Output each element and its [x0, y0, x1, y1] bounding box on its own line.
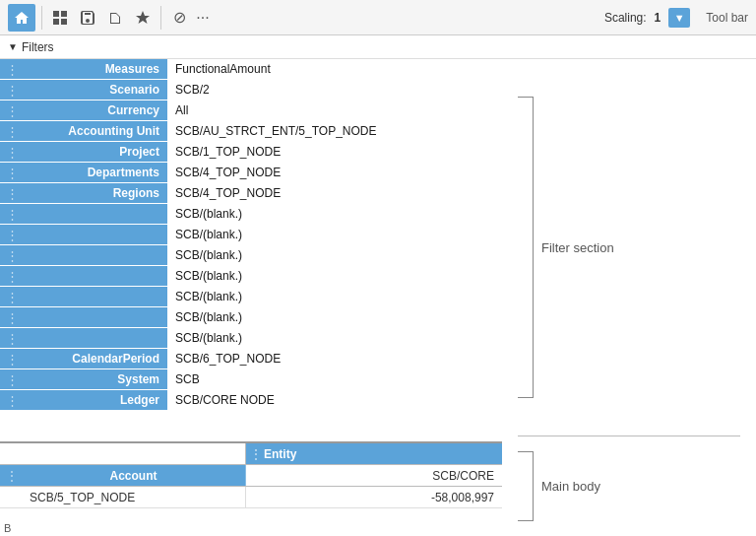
toolbar-icon-more[interactable]: ··· — [191, 6, 215, 30]
filter-row: ⋮SCB/(blank.) — [0, 287, 502, 307]
toolbar-icons-group — [48, 6, 155, 30]
footer: B — [0, 520, 502, 536]
filter-row-drag-handle[interactable]: ⋮ — [0, 80, 22, 100]
filter-row: ⋮ProjectSCB/1_TOP_NODE — [0, 142, 502, 163]
filter-row-value: SCB/(blank.) — [167, 225, 502, 244]
filter-row-drag-handle[interactable]: ⋮ — [0, 183, 22, 203]
toolbar-icon-grid[interactable] — [48, 6, 72, 30]
filter-row: ⋮SCB/(blank.) — [0, 266, 502, 287]
scaling-dropdown[interactable]: ▼ — [668, 8, 690, 28]
filter-row: ⋮DepartmentsSCB/4_TOP_NODE — [0, 163, 502, 183]
filter-row-drag-handle[interactable]: ⋮ — [0, 349, 22, 368]
toolbar-icon-star[interactable] — [131, 6, 155, 30]
filter-row-drag-handle[interactable]: ⋮ — [0, 121, 22, 141]
main-body-label-area: Main body — [518, 436, 740, 536]
filter-row-drag-handle[interactable]: ⋮ — [0, 390, 22, 410]
filters-header[interactable]: ▼ Filters — [0, 35, 756, 59]
filter-row-drag-handle[interactable]: ⋮ — [0, 266, 22, 286]
filter-row-value: SCB/(blank.) — [167, 307, 502, 327]
account-node-value: SCB/5_TOP_NODE — [22, 487, 246, 507]
filter-row-drag-handle[interactable]: ⋮ — [0, 142, 22, 162]
entity-header-label: Entity — [264, 447, 296, 461]
filter-row-value: SCB/(blank.) — [167, 266, 502, 286]
filter-row-label — [22, 287, 167, 306]
filters-header-label: Filters — [22, 40, 54, 54]
filter-row-label: CalendarPeriod — [22, 349, 167, 368]
filter-row-label: Departments — [22, 163, 167, 182]
filter-row: ⋮SCB/(blank.) — [0, 204, 502, 225]
filter-row-drag-handle[interactable]: ⋮ — [0, 245, 22, 265]
filter-row-label: Regions — [22, 183, 167, 203]
filter-row-drag-handle[interactable]: ⋮ — [0, 204, 22, 224]
filter-row: ⋮SCB/(blank.) — [0, 307, 502, 328]
filter-row-label — [22, 225, 167, 244]
filter-row: ⋮SCB/(blank.) — [0, 225, 502, 245]
filter-row-value: SCB/(blank.) — [167, 204, 502, 224]
filter-row-value: SCB/AU_STRCT_ENT/5_TOP_NODE — [167, 121, 502, 141]
filter-row-value: SCB/2 — [167, 80, 502, 100]
svg-rect-1 — [61, 11, 67, 17]
filter-row-value: SCB/(blank.) — [167, 287, 502, 306]
entity-header-cell: ⋮ Entity — [246, 443, 502, 464]
filter-row-drag-handle[interactable]: ⋮ — [0, 287, 22, 306]
toolbar-separator-1 — [41, 6, 42, 30]
toolbar-separator-2 — [160, 6, 161, 30]
filter-section: ⋮MeasuresFunctionalAmount⋮ScenarioSCB/2⋮… — [0, 59, 502, 441]
filter-row-value: SCB/(blank.) — [167, 245, 502, 265]
account-data-value: -58,008,997 — [246, 487, 502, 507]
filter-row-label: Ledger — [22, 390, 167, 410]
account-drag-handle[interactable]: ⋮ — [0, 465, 22, 486]
filter-row-drag-handle[interactable]: ⋮ — [0, 163, 22, 182]
filter-row-value: SCB/1_TOP_NODE — [167, 142, 502, 162]
filter-row-drag-handle[interactable]: ⋮ — [0, 225, 22, 244]
toolbar-icon-save[interactable] — [76, 6, 99, 30]
filter-row-label — [22, 307, 167, 327]
entity-value-cell: SCB/CORE — [246, 465, 502, 486]
account-header-label: Account — [22, 465, 246, 486]
filter-row-drag-handle[interactable]: ⋮ — [0, 328, 22, 348]
svg-rect-2 — [53, 19, 59, 25]
main-body-label: Main body — [541, 479, 600, 494]
filter-row-label: Accounting Unit — [22, 121, 167, 141]
toolbar-right: Scaling: 1 ▼ Tool bar — [604, 8, 748, 28]
toolbar-icon-export[interactable] — [103, 6, 127, 30]
filter-row-value: FunctionalAmount — [167, 59, 502, 79]
svg-rect-0 — [53, 11, 59, 17]
filter-row-drag-handle[interactable]: ⋮ — [0, 369, 22, 389]
filter-row: ⋮CurrencyAll — [0, 100, 502, 121]
filter-row-label: Measures — [22, 59, 167, 79]
filter-row-label — [22, 328, 167, 348]
filter-row: ⋮Accounting UnitSCB/AU_STRCT_ENT/5_TOP_N… — [0, 121, 502, 142]
filter-row-label: Currency — [22, 100, 167, 120]
filter-row-value: SCB/4_TOP_NODE — [167, 163, 502, 182]
toolbar: ⊘ ··· Scaling: 1 ▼ Tool bar — [0, 0, 756, 35]
toolbar-icon-slash[interactable]: ⊘ — [167, 6, 191, 30]
filter-row-value: SCB/CORE NODE — [167, 390, 502, 410]
filter-row-drag-handle[interactable]: ⋮ — [0, 100, 22, 120]
main-body-section: ⋮ Entity ⋮ Account SCB/CORE SCB/5_TOP_NO… — [0, 441, 502, 520]
filter-row-value: SCB/4_TOP_NODE — [167, 183, 502, 203]
filter-row-value: SCB/(blank.) — [167, 328, 502, 348]
filter-row-value: All — [167, 100, 502, 120]
filter-section-label: Filter section — [541, 240, 614, 255]
filters-toggle-arrow: ▼ — [8, 41, 18, 52]
filter-row-value: SCB/6_TOP_NODE — [167, 349, 502, 368]
filter-row: ⋮RegionsSCB/4_TOP_NODE — [0, 183, 502, 204]
filter-row: ⋮CalendarPeriodSCB/6_TOP_NODE — [0, 349, 502, 369]
footer-label: B — [4, 522, 11, 534]
filter-row: ⋮SCB/(blank.) — [0, 245, 502, 266]
entity-drag-handle[interactable]: ⋮ — [250, 447, 260, 461]
filter-row-label — [22, 204, 167, 224]
scaling-value: 1 — [655, 11, 662, 25]
filter-row: ⋮SystemSCB — [0, 369, 502, 390]
filter-row: ⋮MeasuresFunctionalAmount — [0, 59, 502, 80]
filter-row-drag-handle[interactable]: ⋮ — [0, 59, 22, 79]
filter-row-label: Scenario — [22, 80, 167, 100]
filter-section-label-area: Filter section — [518, 59, 740, 436]
filter-row-label: Project — [22, 142, 167, 162]
filter-row: ⋮ScenarioSCB/2 — [0, 80, 502, 100]
filter-row-label: System — [22, 369, 167, 389]
home-button[interactable] — [8, 4, 35, 32]
toolbar-section-label: Tool bar — [706, 11, 748, 25]
filter-row-drag-handle[interactable]: ⋮ — [0, 307, 22, 327]
